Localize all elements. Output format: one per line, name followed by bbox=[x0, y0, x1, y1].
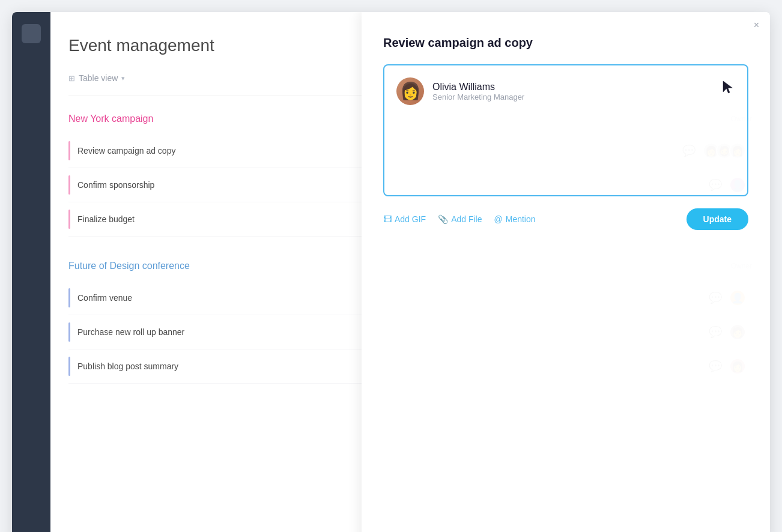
panel-title: Review campaign ad copy bbox=[383, 36, 748, 50]
sidebar-logo bbox=[22, 24, 41, 43]
update-button[interactable]: Update bbox=[687, 208, 748, 230]
comment-box[interactable]: Olivia Williams Senior Marketing Manager bbox=[383, 64, 748, 196]
user-job-title: Senior Marketing Manager bbox=[432, 92, 524, 101]
task-border-3 bbox=[68, 210, 70, 229]
task-border-2 bbox=[68, 175, 70, 195]
chevron-down-icon: ▾ bbox=[121, 74, 125, 82]
app-container: Event management ⊞ Table view ▾ New York… bbox=[12, 12, 770, 532]
mention-button[interactable]: @ Mention bbox=[494, 214, 536, 224]
comment-user-row: Olivia Williams Senior Marketing Manager bbox=[396, 77, 735, 105]
task-border-4 bbox=[68, 288, 70, 307]
task-border-1 bbox=[68, 141, 70, 160]
close-button[interactable]: × bbox=[754, 20, 759, 30]
cursor-icon bbox=[722, 80, 735, 98]
paperclip-icon: 📎 bbox=[438, 214, 448, 224]
gif-icon: 🎞 bbox=[383, 214, 392, 224]
task-detail-panel: × Review campaign ad copy Olivia William… bbox=[362, 12, 770, 532]
task-border-5 bbox=[68, 322, 70, 342]
user-avatar bbox=[396, 77, 424, 105]
task-border-6 bbox=[68, 357, 70, 376]
add-gif-button[interactable]: 🎞 Add GIF bbox=[383, 214, 426, 224]
at-icon: @ bbox=[494, 214, 503, 224]
user-info: Olivia Williams Senior Marketing Manager bbox=[432, 82, 524, 101]
panel-actions: 🎞 Add GIF 📎 Add File @ Mention Update bbox=[383, 208, 748, 230]
user-name: Olivia Williams bbox=[432, 82, 524, 92]
view-selector-label: Table view bbox=[79, 73, 118, 83]
sidebar bbox=[12, 12, 50, 532]
add-file-button[interactable]: 📎 Add File bbox=[438, 214, 482, 224]
table-icon: ⊞ bbox=[68, 74, 75, 83]
